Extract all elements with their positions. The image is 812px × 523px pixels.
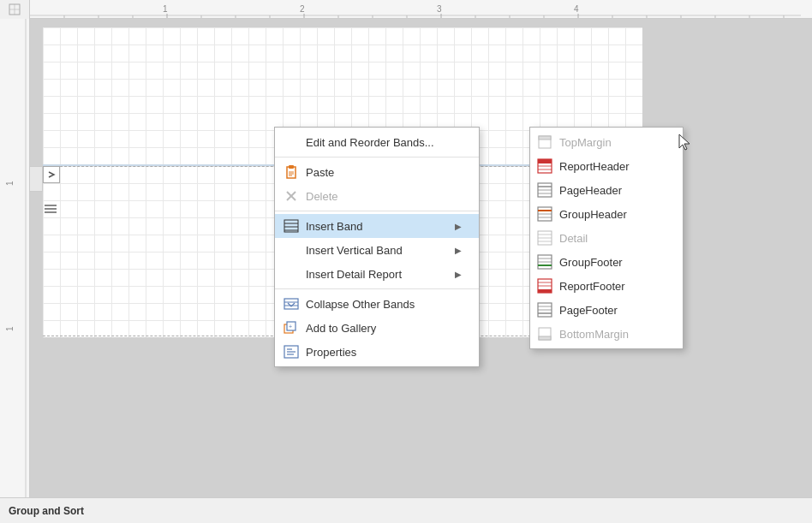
svg-text:4: 4 [574, 4, 579, 14]
menu-item-properties[interactable]: Properties [275, 340, 479, 364]
menu-label-edit-reorder: Edit and Reorder Bands... [306, 136, 434, 149]
svg-text:+: + [289, 324, 292, 330]
submenu-label-group-footer: GroupFooter [559, 256, 623, 269]
group-footer-icon [537, 254, 552, 270]
submenu-arrow-insert-band: ▶ [455, 222, 462, 231]
svg-text:1: 1 [5, 326, 15, 331]
group-header-icon [537, 206, 552, 222]
report-header-icon [537, 158, 552, 174]
submenu-arrow-vertical: ▶ [455, 246, 462, 255]
detail-band-header[interactable]: ▼ Detail [30, 166, 43, 192]
insert-band-left: Insert Band [284, 218, 363, 234]
report-footer-icon [537, 278, 552, 294]
svg-rect-62 [538, 159, 552, 163]
insert-vertical-icon [284, 242, 299, 258]
menu-label-delete: Delete [306, 190, 338, 203]
submenu-insert-band: TopMargin ReportHeader PageHeader [529, 127, 684, 349]
svg-rect-90 [539, 336, 551, 340]
submenu-label-page-footer: PageFooter [559, 304, 618, 317]
submenu-arrow-detail: ▶ [455, 270, 462, 279]
menu-item-collapse[interactable]: Collapse Other Bands [275, 292, 479, 316]
gallery-icon: + [284, 320, 299, 336]
menu-item-paste[interactable]: Paste [275, 160, 479, 184]
menu-label-properties: Properties [306, 346, 356, 359]
submenu-item-bottom-margin[interactable]: BottomMargin [530, 322, 683, 346]
menu-item-edit-reorder[interactable]: Edit and Reorder Bands... [275, 130, 479, 154]
svg-rect-49 [284, 299, 298, 309]
insert-detail-icon [284, 266, 299, 282]
svg-text:2: 2 [300, 4, 305, 14]
edit-reorder-icon [284, 134, 299, 150]
svg-rect-84 [538, 289, 552, 293]
menu-label-insert-detail: Insert Detail Report [306, 268, 402, 281]
submenu-label-page-header: PageHeader [559, 184, 622, 197]
submenu-label-report-footer: ReportFooter [559, 280, 625, 293]
submenu-item-group-footer[interactable]: GroupFooter [530, 250, 683, 274]
menu-label-insert-band: Insert Band [306, 220, 363, 233]
submenu-label-top-margin: TopMargin [559, 136, 612, 149]
svg-text:3: 3 [437, 4, 442, 14]
expand-icon [46, 169, 57, 180]
expand-button[interactable] [43, 166, 60, 183]
context-menu: Edit and Reorder Bands... Paste Delete [274, 127, 480, 367]
menu-item-gallery[interactable]: + Add to Gallery [275, 316, 479, 340]
submenu-label-group-header: GroupHeader [559, 208, 627, 221]
cursor-indicator [676, 133, 693, 156]
bottom-margin-icon [537, 326, 552, 342]
ruler-top: 1 2 3 4 [0, 0, 812, 19]
menu-item-insert-band[interactable]: Insert Band ▶ [275, 214, 479, 238]
status-bar: Group and Sort [0, 497, 812, 523]
properties-icon [284, 344, 299, 360]
status-label: Group and Sort [9, 505, 84, 517]
ruler-top-track: 1 2 3 4 [30, 0, 812, 18]
submenu-label-detail: Detail [559, 232, 588, 245]
svg-rect-39 [289, 165, 294, 169]
insert-detail-left: Insert Detail Report [284, 266, 402, 282]
paste-icon [284, 164, 299, 180]
menu-label-insert-vertical: Insert Vertical Band [306, 244, 403, 257]
page-footer-icon [537, 302, 552, 318]
separator-3 [275, 288, 479, 289]
submenu-item-page-header[interactable]: PageHeader [530, 178, 683, 202]
submenu-label-bottom-margin: BottomMargin [559, 328, 629, 341]
submenu-item-report-footer[interactable]: ReportFooter [530, 274, 683, 298]
menu-label-gallery: Add to Gallery [306, 322, 376, 335]
lines-indicator [44, 204, 59, 216]
svg-text:1: 1 [5, 181, 15, 186]
detail-icon [537, 230, 552, 246]
submenu-item-group-header[interactable]: GroupHeader [530, 202, 683, 226]
submenu-label-report-header: ReportHeader [559, 160, 630, 173]
svg-rect-60 [539, 136, 551, 140]
separator-2 [275, 211, 479, 211]
menu-item-delete[interactable]: Delete [275, 184, 479, 208]
delete-icon [284, 188, 299, 204]
page-header-icon [537, 182, 552, 198]
insert-vertical-left: Insert Vertical Band [284, 242, 403, 258]
svg-text:1: 1 [163, 4, 168, 14]
submenu-item-report-header[interactable]: ReportHeader [530, 154, 683, 178]
submenu-item-detail[interactable]: Detail [530, 226, 683, 250]
menu-label-paste: Paste [306, 166, 334, 179]
ruler-corner [0, 0, 30, 19]
menu-item-insert-vertical[interactable]: Insert Vertical Band ▶ [275, 238, 479, 262]
submenu-item-top-margin[interactable]: TopMargin [530, 130, 683, 154]
top-margin-icon [537, 134, 552, 150]
insert-band-icon [284, 218, 299, 234]
separator-1 [275, 157, 479, 157]
collapse-icon [284, 296, 299, 312]
ruler-left: 1 1 [0, 19, 30, 497]
menu-item-insert-detail[interactable]: Insert Detail Report ▶ [275, 262, 479, 286]
menu-label-collapse: Collapse Other Bands [306, 298, 415, 311]
submenu-item-page-footer[interactable]: PageFooter [530, 298, 683, 322]
